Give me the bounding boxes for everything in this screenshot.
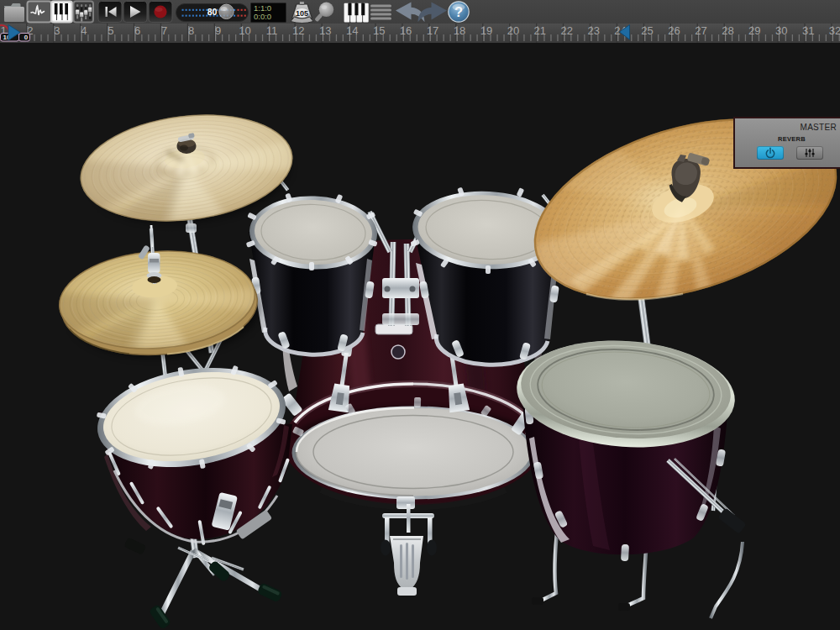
- svg-text:17: 17: [427, 24, 438, 37]
- svg-text:9: 9: [215, 24, 221, 37]
- svg-text:0: 0: [24, 34, 29, 41]
- svg-text:31: 31: [802, 24, 814, 37]
- svg-text:3: 3: [54, 24, 60, 37]
- svg-text:4: 4: [81, 24, 87, 37]
- svg-text:29: 29: [748, 24, 760, 37]
- svg-text:15: 15: [373, 24, 385, 37]
- svg-text:12: 12: [292, 24, 304, 37]
- svg-text:1:1:0: 1:1:0: [254, 3, 271, 13]
- svg-text:13: 13: [319, 24, 331, 37]
- svg-text:22: 22: [560, 24, 572, 37]
- svg-text:5: 5: [108, 24, 113, 37]
- svg-text:10: 10: [239, 24, 250, 37]
- svg-text:30: 30: [775, 24, 787, 37]
- svg-text:19: 19: [480, 24, 492, 37]
- svg-text:8: 8: [188, 24, 194, 37]
- svg-text:21: 21: [534, 24, 546, 37]
- svg-text:25: 25: [641, 24, 653, 37]
- svg-text:0:0:0: 0:0:0: [254, 12, 271, 21]
- svg-text:26: 26: [668, 24, 680, 37]
- svg-text:105: 105: [296, 9, 308, 18]
- svg-text:14: 14: [346, 24, 358, 37]
- svg-text:16: 16: [400, 24, 412, 37]
- svg-text:11: 11: [266, 24, 278, 37]
- svg-text:23: 23: [587, 24, 599, 37]
- svg-text:6: 6: [134, 24, 140, 37]
- svg-text:28: 28: [722, 24, 733, 37]
- svg-text:7: 7: [161, 24, 167, 37]
- svg-text:32: 32: [829, 24, 840, 37]
- svg-text:20: 20: [507, 24, 519, 37]
- svg-text:18: 18: [454, 24, 465, 37]
- svg-text:27: 27: [695, 24, 706, 37]
- svg-text:80: 80: [207, 7, 218, 17]
- svg-text:?: ?: [454, 4, 463, 19]
